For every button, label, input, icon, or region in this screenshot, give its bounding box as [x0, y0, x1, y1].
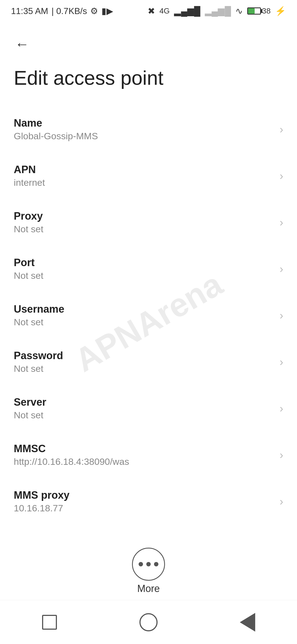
settings-item-apn-label: APN: [14, 164, 274, 176]
settings-item-name[interactable]: Name Global-Gossip-MMS ›: [0, 106, 297, 153]
page-title: Edit access point: [0, 61, 297, 106]
settings-item-mmsc-label: MMSC: [14, 443, 274, 455]
settings-item-port-value: Not set: [14, 270, 274, 281]
settings-item-mms-proxy[interactable]: MMS proxy 10.16.18.77 ›: [0, 478, 297, 525]
more-button[interactable]: [132, 548, 165, 581]
video-icon: ▮▶: [101, 6, 113, 16]
nav-home-button[interactable]: [132, 611, 165, 633]
settings-item-port-label: Port: [14, 257, 274, 269]
settings-item-port[interactable]: Port Not set ›: [0, 246, 297, 292]
signal-4g-icon: 4G: [160, 7, 170, 15]
status-right: ✖ 4G ▂▄▆█ ▂▄▆█ ∿ 38 ⚡: [148, 6, 286, 16]
settings-item-mms-proxy-label: MMS proxy: [14, 489, 274, 501]
settings-item-apn-value: internet: [14, 177, 274, 188]
charging-icon: ⚡: [275, 6, 286, 16]
status-bar: 11:35 AM | 0.7KB/s ⚙ ▮▶ ✖ 4G ▂▄▆█ ▂▄▆█ ∿…: [0, 0, 297, 22]
wifi-icon: ∿: [235, 6, 243, 16]
chevron-icon-mmsc: ›: [280, 449, 283, 461]
settings-item-server-label: Server: [14, 396, 274, 408]
settings-item-password-content: Password Not set: [14, 350, 274, 374]
settings-item-username-label: Username: [14, 303, 274, 315]
settings-item-password-label: Password: [14, 350, 274, 362]
nav-back-button[interactable]: [231, 611, 264, 633]
back-icon: [240, 613, 255, 632]
settings-item-mmsc-value: http://10.16.18.4:38090/was: [14, 456, 274, 467]
settings-item-mms-proxy-value: 10.16.18.77: [14, 503, 274, 514]
home-icon: [139, 613, 158, 631]
battery-indicator: 38: [247, 7, 271, 15]
bluetooth-icon: ✖: [148, 6, 155, 16]
settings-item-username-value: Not set: [14, 317, 274, 328]
settings-item-name-value: Global-Gossip-MMS: [14, 131, 274, 141]
settings-item-apn[interactable]: APN internet ›: [0, 153, 297, 199]
settings-item-mmsc[interactable]: MMSC http://10.16.18.4:38090/was ›: [0, 432, 297, 478]
signal-bars-2-icon: ▂▄▆█: [205, 6, 231, 16]
nav-recents-button[interactable]: [33, 611, 66, 633]
signal-bars-icon: ▂▄▆█: [174, 6, 200, 16]
network-speed: | 0.7KB/s: [51, 6, 87, 16]
chevron-icon-name: ›: [280, 123, 283, 136]
settings-item-name-label: Name: [14, 117, 274, 129]
chevron-icon-server: ›: [280, 402, 283, 415]
settings-item-password[interactable]: Password Not set ›: [0, 339, 297, 385]
settings-list: Name Global-Gossip-MMS › APN internet › …: [0, 106, 297, 525]
chevron-icon-username: ›: [280, 309, 283, 322]
time-display: 11:35 AM: [11, 6, 48, 16]
back-area: ←: [0, 22, 297, 61]
settings-item-server-content: Server Not set: [14, 396, 274, 421]
more-label: More: [137, 583, 160, 594]
more-dots-icon: [139, 562, 158, 566]
settings-item-name-content: Name Global-Gossip-MMS: [14, 117, 274, 141]
recents-icon: [42, 615, 57, 630]
settings-item-mmsc-content: MMSC http://10.16.18.4:38090/was: [14, 443, 274, 467]
settings-item-proxy-label: Proxy: [14, 210, 274, 222]
settings-item-proxy[interactable]: Proxy Not set ›: [0, 199, 297, 246]
settings-item-proxy-value: Not set: [14, 224, 274, 234]
settings-item-apn-content: APN internet: [14, 164, 274, 188]
settings-item-server[interactable]: Server Not set ›: [0, 385, 297, 432]
back-arrow-icon: ←: [15, 36, 29, 52]
chevron-icon-apn: ›: [280, 170, 283, 182]
back-button[interactable]: ←: [11, 33, 33, 55]
settings-item-password-value: Not set: [14, 363, 274, 374]
battery-percent: 38: [262, 7, 271, 15]
settings-item-proxy-content: Proxy Not set: [14, 210, 274, 234]
chevron-icon-port: ›: [280, 263, 283, 275]
chevron-icon-password: ›: [280, 356, 283, 368]
settings-item-server-value: Not set: [14, 410, 274, 421]
settings-item-mms-proxy-content: MMS proxy 10.16.18.77: [14, 489, 274, 514]
settings-item-username-content: Username Not set: [14, 303, 274, 328]
settings-icon: ⚙: [90, 6, 98, 16]
more-section: More: [0, 548, 297, 594]
status-left: 11:35 AM | 0.7KB/s ⚙ ▮▶: [11, 6, 113, 16]
chevron-icon-proxy: ›: [280, 216, 283, 229]
settings-item-username[interactable]: Username Not set ›: [0, 292, 297, 339]
settings-item-port-content: Port Not set: [14, 257, 274, 281]
chevron-icon-mms-proxy: ›: [280, 495, 283, 508]
nav-bar: [0, 600, 297, 644]
